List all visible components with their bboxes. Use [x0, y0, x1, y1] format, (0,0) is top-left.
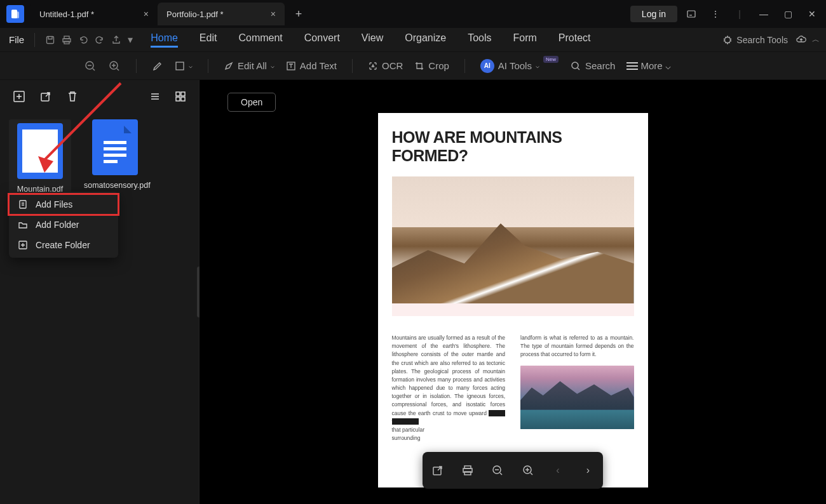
body-col-2: landform is what is referred to as a mou…	[520, 334, 634, 442]
ocr-tool[interactable]: OCR	[368, 60, 403, 71]
portfolio-sidebar: Mountain.pdf somatosensory.pdf Add Files…	[0, 80, 200, 504]
close-window-icon[interactable]: ✕	[802, 4, 822, 24]
hero-image	[392, 176, 634, 303]
search-tools[interactable]: Search Tools	[722, 35, 788, 45]
svg-rect-9	[176, 62, 184, 70]
grid-view-icon[interactable]	[175, 91, 186, 102]
login-button[interactable]: Log in	[630, 6, 677, 22]
zoom-in-button[interactable]	[108, 60, 121, 72]
app-logo-icon	[6, 5, 24, 23]
svg-rect-16	[176, 97, 180, 101]
menu-bar: File ▾ Home Edit Comment Convert View Or…	[0, 28, 826, 52]
chevron-up-icon[interactable]: ︿	[812, 34, 820, 46]
popout-icon[interactable]	[429, 461, 447, 479]
svg-rect-17	[181, 97, 185, 101]
delete-icon[interactable]	[66, 90, 79, 103]
menu-protect[interactable]: Protect	[559, 32, 591, 48]
menu-convert[interactable]: Convert	[304, 32, 340, 48]
file-card-somatosensory[interactable]: somatosensory.pdf	[84, 119, 146, 198]
list-view-icon[interactable]	[149, 91, 161, 102]
zoom-out-button[interactable]	[84, 60, 97, 72]
save-icon[interactable]	[45, 35, 55, 45]
svg-rect-2	[687, 11, 695, 17]
close-icon[interactable]: ×	[271, 9, 276, 19]
body-col-1: Mountains are usually formed as a result…	[392, 334, 506, 442]
crop-tool[interactable]: Crop	[414, 60, 449, 71]
menu-form[interactable]: Form	[513, 32, 537, 48]
more-tool[interactable]: More⌵	[626, 60, 670, 72]
add-text-tool[interactable]: Add Text	[286, 60, 337, 71]
svg-rect-1	[13, 11, 19, 18]
menu-home[interactable]: Home	[151, 32, 178, 48]
svg-rect-6	[64, 41, 69, 44]
highlight-tool[interactable]	[152, 60, 163, 72]
maximize-icon[interactable]: ▢	[778, 4, 798, 24]
search-tool[interactable]: Search	[570, 60, 616, 72]
menu-create-folder[interactable]: Create Folder	[9, 235, 118, 255]
tab-untitled[interactable]: Untitled-1.pdf * ×	[30, 3, 158, 25]
prev-page-icon[interactable]: ‹	[549, 461, 567, 479]
tab-label: Portfolio-1.pdf *	[166, 10, 224, 19]
svg-rect-15	[181, 92, 185, 96]
file-thumbnail	[92, 119, 138, 175]
add-button[interactable]	[13, 90, 25, 103]
file-menu[interactable]: File	[9, 34, 24, 45]
messages-icon[interactable]	[681, 4, 701, 24]
undo-icon[interactable]	[78, 35, 88, 45]
doc-title: HOW ARE MOUNTAINS FORMED?	[392, 128, 634, 165]
kebab-icon[interactable]: ⋮	[705, 4, 726, 24]
open-external-icon[interactable]	[39, 90, 52, 103]
menu-tools[interactable]: Tools	[468, 32, 491, 48]
menu-add-folder[interactable]: Add Folder	[9, 215, 118, 235]
svg-rect-19	[104, 147, 126, 150]
zoom-in-icon[interactable]	[519, 461, 537, 479]
tab-portfolio[interactable]: Portfolio-1.pdf * ×	[158, 3, 285, 25]
zoom-out-icon[interactable]	[489, 461, 506, 479]
secondary-image	[520, 366, 634, 429]
share-icon[interactable]	[111, 35, 121, 45]
svg-rect-14	[176, 92, 180, 96]
ribbon-toolbar: ⌵ Edit All⌵ Add Text OCR Crop AIAI Tools…	[0, 52, 826, 80]
menu-comment[interactable]: Comment	[238, 32, 282, 48]
cloud-icon[interactable]	[796, 34, 807, 46]
menu-view[interactable]: View	[362, 32, 383, 48]
print-icon[interactable]	[459, 461, 477, 479]
add-context-menu: Add Files Add Folder Create Folder	[9, 192, 118, 258]
svg-rect-3	[47, 36, 54, 43]
open-button[interactable]: Open	[227, 93, 276, 112]
shape-tool[interactable]: ⌵	[175, 61, 193, 71]
svg-point-11	[572, 62, 578, 69]
floating-toolbar: ‹ ›	[423, 452, 603, 489]
file-thumbnail	[17, 123, 63, 179]
ai-tools[interactable]: AIAI Tools⌵New	[480, 59, 559, 73]
svg-rect-18	[104, 141, 126, 144]
svg-rect-22	[20, 201, 26, 208]
svg-rect-28	[464, 472, 471, 475]
title-bar: Untitled-1.pdf * × Portfolio-1.pdf * × +…	[0, 0, 826, 28]
menu-organize[interactable]: Organize	[405, 32, 446, 48]
tab-label: Untitled-1.pdf *	[39, 10, 94, 19]
edit-all-tool[interactable]: Edit All⌵	[224, 60, 274, 71]
svg-rect-21	[104, 160, 118, 163]
close-icon[interactable]: ×	[144, 9, 149, 19]
menu-edit[interactable]: Edit	[200, 32, 217, 48]
document-viewport: Open HOW ARE MOUNTAINS FORMED? Mountains…	[200, 80, 826, 504]
file-card-mountain[interactable]: Mountain.pdf	[9, 119, 71, 198]
next-page-icon[interactable]: ›	[579, 461, 597, 479]
svg-rect-20	[104, 154, 126, 157]
new-tab-button[interactable]: +	[290, 8, 308, 21]
document-page: HOW ARE MOUNTAINS FORMED? Mountains are …	[378, 113, 648, 487]
minimize-icon[interactable]: —	[754, 4, 774, 24]
print-icon[interactable]	[62, 35, 72, 45]
menu-add-files[interactable]: Add Files	[9, 194, 118, 215]
dropdown-icon[interactable]: ▾	[128, 34, 133, 46]
redo-icon[interactable]	[95, 35, 105, 45]
